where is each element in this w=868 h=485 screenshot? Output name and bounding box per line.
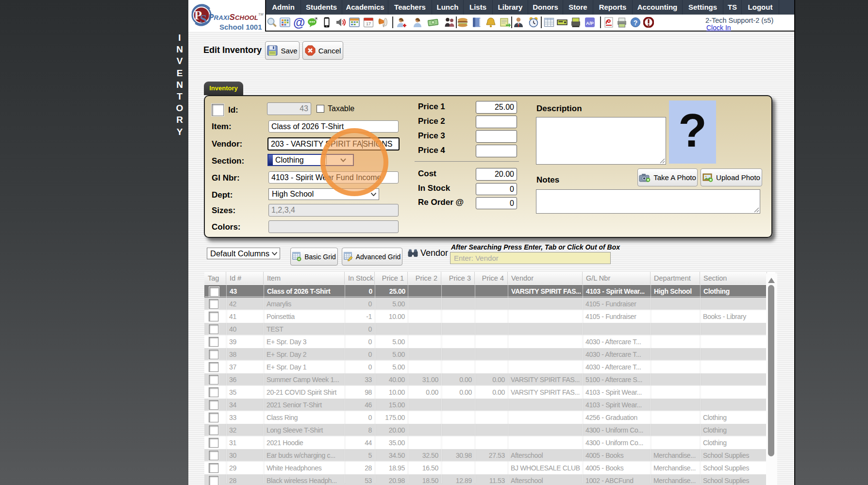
svg-text:?: ?	[634, 19, 638, 27]
svg-text:17: 17	[366, 21, 371, 26]
svg-text:A/P: A/P	[586, 20, 594, 26]
svg-text:S: S	[200, 12, 207, 26]
